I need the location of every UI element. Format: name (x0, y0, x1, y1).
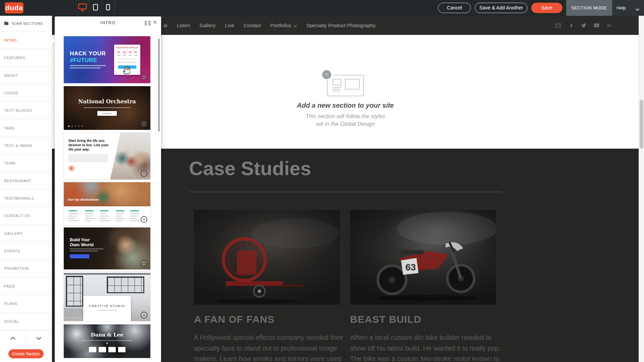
email-icon[interactable] (555, 22, 561, 28)
case-study-title: A FAN OF FANS (194, 314, 275, 325)
sidebar-item-promotion[interactable]: PROMOTION (0, 260, 52, 277)
case-study-text: A Hollywood special effects company need… (194, 332, 346, 362)
add-plus-icon[interactable]: + (322, 70, 331, 79)
sidebar-item-logos[interactable]: LOGOS (0, 84, 52, 102)
nav-link-specialty-product-photography[interactable]: Specialty Product Photography (306, 22, 376, 28)
desktop-view-button[interactable] (76, 0, 89, 16)
duda-logo[interactable]: duda (5, 2, 23, 13)
nav-link-gallery[interactable]: Gallery (200, 22, 216, 28)
nav-link-portfolios[interactable]: Portfolios (270, 22, 297, 28)
zoom-in-icon[interactable]: + (141, 120, 147, 127)
sidebar-item-text-blocks[interactable]: TEXT BLOCKS (0, 102, 52, 119)
cursor-hand-icon (123, 66, 130, 76)
thumb-photo (64, 182, 150, 206)
countdown-box: 03 (116, 50, 121, 56)
sidebar-item-social[interactable]: SOCIAL (0, 313, 52, 330)
links-column (85, 210, 94, 223)
zoom-in-icon[interactable]: + (141, 216, 147, 223)
sidebar-item-testimonials[interactable]: TESTIMONIALS (0, 190, 52, 207)
sidebar-item-tabs[interactable]: TABS (0, 119, 52, 137)
grid-view-icon[interactable] (145, 21, 151, 27)
desktop-icon (78, 3, 87, 12)
sidebar-pager (0, 330, 52, 346)
scroll-up-button[interactable] (0, 330, 26, 346)
save-button[interactable]: Save (531, 3, 562, 13)
countdown-boxes (64, 347, 150, 352)
sidebar-item-faqs[interactable]: FAQS (0, 277, 52, 295)
sidebar-item-team[interactable]: TEAM (0, 154, 52, 172)
countdown-box: 08 (122, 50, 127, 56)
thumb-title: National Orchestra (64, 98, 150, 105)
panel-scrollbar-thumb[interactable] (158, 39, 160, 132)
thumb-title: Start living the life you deserve to liv… (68, 139, 109, 152)
sidebar-item-contact-us[interactable]: CONTACT US (0, 207, 52, 224)
chevron-up-icon (10, 335, 15, 341)
sidebar-item-about[interactable]: ABOUT (0, 67, 52, 84)
links-column (100, 210, 110, 223)
help-menu[interactable]: Help (612, 0, 644, 16)
case-study-title: BEAST BUILD (350, 314, 422, 325)
nav-link-io[interactable]: io (163, 22, 167, 28)
links-column (68, 210, 79, 223)
help-label: Help (616, 5, 626, 10)
nav-link-listen[interactable]: Listen (177, 22, 190, 28)
carousel-dots (68, 125, 83, 127)
zoom-in-icon[interactable]: + (141, 260, 147, 267)
links-column (116, 210, 125, 223)
youtube-icon[interactable] (594, 22, 599, 28)
heart-icon: ♥ (64, 342, 150, 345)
zoom-in-icon[interactable]: + (141, 312, 147, 318)
add-section-placeholder[interactable]: + Add a new section to your site This se… (295, 75, 396, 128)
linkedin-icon[interactable]: in (606, 22, 612, 28)
section-thumbnail-destinations[interactable]: Our top destinations + (64, 182, 150, 225)
tablet-icon (93, 4, 98, 12)
tablet-view-button[interactable] (89, 0, 102, 16)
save-add-another-button[interactable]: Save & Add Another (475, 3, 528, 13)
zoom-in-icon[interactable]: + (141, 170, 147, 177)
nav-link-contact[interactable]: Contact (244, 22, 261, 28)
scroll-down-button[interactable] (26, 330, 52, 346)
links-column (130, 210, 140, 223)
site-nav-links: ioListenGalleryLiveContactPortfoliosSpec… (163, 16, 376, 35)
zoom-in-icon[interactable]: + (141, 74, 147, 81)
sidebar-item-restaurant[interactable]: RESTAURANT (0, 172, 52, 190)
heading-divider (189, 192, 502, 192)
thumb-title: Our top destinations (68, 198, 99, 201)
cancel-button[interactable]: Cancel (438, 3, 471, 13)
section-thumbnail-orchestra[interactable]: National Orchestra + (64, 86, 150, 130)
close-icon[interactable]: ✕ (153, 19, 157, 25)
countdown-box: 53 (134, 50, 138, 56)
links-table (68, 210, 140, 223)
thumb-title: Dana & Lee (64, 332, 150, 338)
create-section-button[interactable]: Create Section (8, 349, 44, 358)
thumb-title: CREATIVE STUDIO (83, 304, 131, 308)
thumb-card: CREATIVE STUDIO (83, 296, 131, 321)
case-studies-heading: Case Studies (189, 157, 311, 179)
sidebar-item-plans[interactable]: PLANS (0, 295, 52, 312)
page-scrollbar-thumb[interactable] (640, 100, 643, 149)
section-thumbnail-own-world[interactable]: Build Your Own World + (64, 227, 150, 269)
sidebar-item-features[interactable]: FEATURES (0, 49, 52, 66)
svg-text:63: 63 (405, 262, 416, 272)
section-layout-icon: + (327, 75, 364, 96)
countdown-box: 43 (128, 50, 133, 56)
sidebar-item-gallery[interactable]: GALLERY (0, 225, 52, 242)
thumb-cta-button (70, 254, 89, 258)
section-thumbnail-lifestyle[interactable]: Start living the life you deserve to liv… (64, 133, 150, 179)
chevron-down-icon (36, 335, 41, 341)
sidebar-header-label: TEAM SECTIONS (11, 21, 43, 25)
sidebar-item-text-image[interactable]: TEXT & IMAGE (0, 137, 52, 154)
placeholder-subtitle: This section will follow the styles set … (295, 112, 396, 128)
sidebar-item-intro[interactable]: INTRO (0, 32, 52, 49)
page-scrollbar[interactable] (639, 16, 644, 362)
chevron-down-icon (294, 22, 297, 28)
nav-link-live[interactable]: Live (225, 22, 234, 28)
case-study-text: When a local custom dirt bike builder ne… (350, 332, 502, 362)
section-thumbnail-hackathon[interactable]: HACK YOUR #FUTURE HACKATHON STARTS IN 03… (64, 36, 150, 83)
sidebar-item-events[interactable]: EVENTS (0, 242, 52, 260)
twitter-icon[interactable] (581, 22, 587, 28)
section-thumbnail-creative-studio[interactable]: CREATIVE STUDIO + (64, 272, 150, 321)
section-thumbnail-wedding[interactable]: Dana & Lee ♥ (64, 324, 150, 358)
facebook-icon[interactable] (568, 22, 574, 28)
mobile-view-button[interactable] (102, 0, 114, 16)
